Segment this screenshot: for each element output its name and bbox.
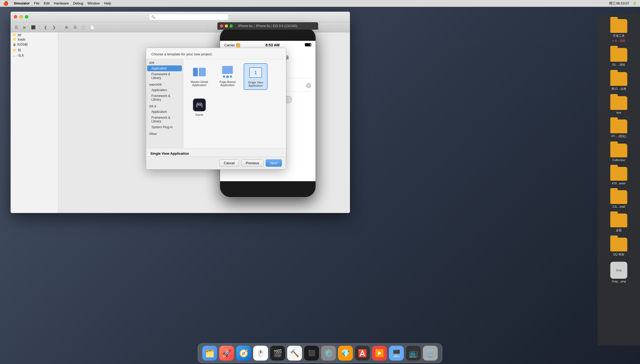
folder-ksi[interactable]: KSI...aster [610, 167, 627, 185]
toolbar-add[interactable]: ⬚ [80, 24, 87, 31]
folder-zjl-label: ZJL...etail [612, 205, 625, 208]
nav-item-watch-app[interactable]: Application [146, 87, 183, 93]
sim-close[interactable] [220, 24, 223, 28]
dock-tv[interactable]: 📺 [406, 346, 421, 361]
dock-font[interactable]: 🅰️ [355, 346, 370, 361]
dock-finder[interactable]: 🗂️ [202, 346, 217, 361]
cancel-button[interactable]: Cancel [219, 159, 239, 167]
folder-07[interactable]: 07-…(优化) [610, 119, 627, 138]
sidebar-item-loads[interactable]: 📁loads [11, 37, 58, 42]
sidebar-item-pp[interactable]: 📁pp [11, 32, 58, 37]
menu-window[interactable]: Window [87, 1, 100, 5]
folder-qq-label: QQ 框架 [613, 252, 624, 256]
apple-menu[interactable]: 🍎 [3, 1, 8, 6]
xcode-titlebar: 🔍 [11, 12, 350, 22]
menu-hardware[interactable]: Hardware [54, 1, 69, 5]
template-single-view-label: Single ViewApplication [248, 81, 263, 87]
right-panel: 开发工具 ● 未…视频 02-…演练 第13…业准 test 07-…(优化) … [598, 14, 640, 345]
game-icon: 🎮 [193, 98, 206, 112]
dock-video[interactable]: 🎬 [270, 346, 285, 361]
dock-sketch[interactable]: 💎 [338, 346, 353, 361]
sidebar-item-macos[interactable]: 🖥马OS程 [11, 42, 58, 47]
folder-ksi-label: KSI...aster [612, 182, 625, 185]
folder-07-icon [610, 119, 627, 133]
sim-max[interactable] [230, 24, 233, 28]
toolbar-forward[interactable]: ❯ [51, 24, 58, 31]
menubar: 🍎 Simulator File Edit Hardware Debug Win… [0, 0, 640, 7]
menu-edit[interactable]: Edit [44, 1, 50, 5]
dock-prefs[interactable]: ⚙️ [321, 346, 336, 361]
template-game[interactable]: 🎮 Game [187, 96, 211, 118]
folder-13[interactable]: 第13…业准 [610, 72, 627, 91]
folder-02[interactable]: 02-…演练 [610, 48, 627, 67]
toolbar-file[interactable]: 📄 [89, 24, 95, 31]
menubar-right: 周三08:53:07 🔋 [609, 1, 637, 6]
folder-test-label: test [616, 111, 621, 114]
template-page-based[interactable]: Page-BasedApplication [216, 63, 239, 90]
folder-desktop[interactable]: 桌面 [610, 214, 627, 232]
dock-safari[interactable]: 🧭 [236, 346, 251, 361]
simulator-titlebar: iPhone 6s – iPhone 6s / iOS 9.0 (13A340) [217, 22, 318, 30]
wifi-icon: 📶 [236, 43, 240, 47]
section-osx-label: OS X [146, 103, 183, 109]
folder-qq-icon [610, 238, 627, 251]
close-button[interactable] [14, 15, 17, 19]
dock-mouse[interactable]: 🖱️ [253, 346, 268, 361]
sim-min[interactable] [225, 24, 228, 28]
snip-icon: Snip [610, 262, 627, 279]
folder-qq[interactable]: QQ 框架 [610, 238, 627, 256]
folder-zjl[interactable]: ZJL...etail [610, 190, 627, 208]
menu-help[interactable]: Help [104, 1, 111, 5]
nav-item-osx-framework[interactable]: Framework & Library [146, 115, 183, 124]
next-button[interactable]: Next [266, 159, 282, 167]
toolbar-list[interactable]: ☰ [72, 24, 78, 31]
template-single-view[interactable]: 1 Single ViewApplication [244, 63, 268, 90]
menu-simulator[interactable]: Simulator [14, 1, 30, 5]
toolbar-run[interactable]: ▶ [21, 24, 28, 31]
nav-item-osx-app[interactable]: Application [146, 109, 183, 115]
sidebar-item-mafang[interactable]: ←-马方 [11, 53, 58, 59]
folder-zjl-icon [610, 190, 627, 204]
dock-monitor[interactable]: 🖥️ [389, 346, 404, 361]
description-title: Single View Application [150, 152, 282, 156]
previous-button[interactable]: Previous [241, 159, 264, 167]
toolbar-grid[interactable]: ⊞ [63, 24, 70, 31]
carrier-name: Carrier [224, 43, 235, 47]
folder-devtools[interactable]: 开发工具 ● 未…视频 [610, 19, 627, 43]
folder-desktop-icon [610, 214, 627, 227]
iphone-bottom [220, 181, 315, 197]
dock-tools[interactable]: 🔨 [287, 346, 302, 361]
toolbar-stop[interactable]: ⬛ [30, 24, 37, 31]
toolbar-sidebar-toggle[interactable]: ☰ [13, 24, 20, 31]
folder-13-label: 第13…业准 [611, 87, 626, 91]
sidebar-item-bie[interactable]: 📁别 [11, 47, 58, 53]
nav-item-watch-framework[interactable]: Framework & Library [146, 93, 183, 103]
template-master-detail[interactable]: Master-DetailApplication [187, 63, 211, 90]
carrier-info: Carrier 📶 [224, 43, 240, 47]
folder-test[interactable]: test [610, 96, 627, 114]
nav-item-framework[interactable]: Framework & Library [146, 71, 183, 81]
dock: 🗂️ 🚀 🧭 🖱️ 🎬 🔨 ⬛ ⚙️ 💎 🅰️ ▶️ 🖥️ 📺 🗑️ [198, 343, 442, 363]
folder-collection[interactable]: Collection [610, 144, 627, 162]
nav-item-application[interactable]: Application [147, 65, 182, 71]
toolbar-separator [39, 25, 40, 30]
menu-debug[interactable]: Debug [73, 1, 83, 5]
snip-png[interactable]: Snip Snip....png [610, 262, 627, 283]
dock-trash[interactable]: 🗑️ [423, 346, 438, 361]
maximize-button[interactable] [25, 15, 28, 19]
xcode-search-bar[interactable]: 🔍 [149, 14, 229, 20]
nav-item-osx-plugin[interactable]: System Plug-in [146, 124, 183, 130]
dock-terminal[interactable]: ⬛ [304, 346, 319, 361]
dock-player[interactable]: ▶️ [372, 346, 387, 361]
dock-launchpad[interactable]: 🚀 [219, 346, 234, 361]
folder-devtools-label: 开发工具 [613, 34, 625, 38]
folder-ksi-icon [610, 167, 627, 181]
dialog-buttons: Cancel Previous Next [146, 157, 286, 169]
menu-file[interactable]: File [34, 1, 40, 5]
menubar-time: 周三08:53:07 [609, 1, 629, 6]
minimize-button[interactable] [19, 15, 23, 19]
toolbar-separator-2 [60, 25, 60, 30]
toolbar-back[interactable]: ❮ [42, 24, 49, 31]
single-view-icon: 1 [249, 66, 262, 79]
password-clear-button[interactable]: ✕ [306, 83, 311, 88]
